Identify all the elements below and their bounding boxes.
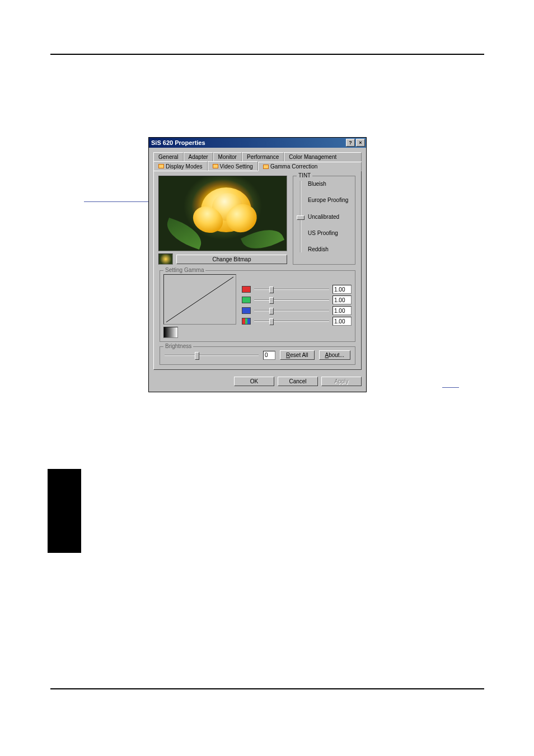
tint-label-us: US Proofing — [308, 230, 348, 236]
svg-line-0 — [166, 277, 233, 322]
doc-side-tab — [48, 469, 81, 553]
video-setting-icon — [213, 164, 218, 168]
gamma-red-thumb[interactable] — [269, 287, 274, 293]
brightness-slider[interactable] — [165, 351, 259, 360]
display-modes-icon — [158, 164, 164, 168]
gamma-curve-preview — [163, 274, 236, 325]
brightness-input[interactable] — [263, 351, 275, 360]
window-titlebar: SiS 620 Properties ? × — [149, 138, 366, 148]
tab-monitor[interactable]: Monitor — [213, 152, 242, 161]
properties-dialog: SiS 620 Properties ? × General Adapter M… — [148, 137, 367, 392]
rgb-swatch-icon — [242, 318, 251, 325]
tint-group-label: TINT — [297, 172, 312, 179]
tint-label-reddish: Reddish — [308, 246, 348, 252]
brightness-group: Brightness Reset All About... — [160, 346, 355, 365]
red-swatch-icon — [242, 286, 251, 293]
tab-gamma-correction[interactable]: Gamma Correction — [258, 162, 362, 171]
setting-gamma-group: Setting Gamma — [160, 270, 355, 342]
cancel-button[interactable]: Cancel — [278, 377, 318, 386]
setting-gamma-label: Setting Gamma — [163, 267, 205, 273]
change-bitmap-button[interactable]: Change Bitmap — [176, 255, 287, 264]
tint-label-europe: Europe Proofing — [308, 197, 348, 203]
help-icon[interactable]: ? — [346, 139, 355, 147]
gamma-blue-thumb[interactable] — [269, 308, 274, 314]
gamma-blue-input[interactable] — [332, 306, 352, 315]
tab-display-modes[interactable]: Display Modes — [153, 161, 208, 171]
close-icon[interactable]: × — [356, 139, 365, 147]
brightness-label: Brightness — [163, 343, 193, 349]
gamma-green-input[interactable] — [332, 295, 352, 304]
gamma-correction-panel: Change Bitmap TINT Blueish Europe Proofi… — [153, 171, 362, 370]
bitmap-thumbnail — [158, 253, 173, 265]
gamma-green-thumb[interactable] — [269, 297, 274, 304]
green-swatch-icon — [242, 297, 251, 303]
tab-video-setting[interactable]: Video Setting — [208, 161, 258, 171]
gamma-gradient-preview — [163, 327, 178, 338]
window-title: SiS 620 Properties — [151, 139, 345, 146]
page-divider-bottom — [50, 688, 484, 689]
about-button[interactable]: About... — [319, 350, 350, 360]
bitmap-preview-image — [158, 176, 287, 251]
tab-performance[interactable]: Performance — [242, 152, 284, 161]
blue-swatch-icon — [242, 307, 251, 314]
tint-slider[interactable] — [297, 181, 305, 252]
gamma-red-input[interactable] — [332, 285, 352, 294]
gamma-green-slider[interactable] — [254, 296, 329, 304]
ok-button[interactable]: OK — [234, 377, 274, 386]
reset-all-button[interactable]: Reset All — [280, 350, 314, 360]
gamma-all-slider[interactable] — [254, 317, 329, 325]
brightness-thumb[interactable] — [195, 352, 199, 360]
tab-adapter[interactable]: Adapter — [184, 152, 213, 161]
gamma-all-thumb[interactable] — [269, 318, 274, 325]
tab-general[interactable]: General — [153, 152, 184, 161]
tint-label-uncalibrated: Uncalibrated — [308, 214, 348, 220]
callout-line-tint — [442, 387, 459, 388]
tint-label-blueish: Blueish — [308, 181, 348, 187]
tint-group: TINT Blueish Europe Proofing Uncalibrate… — [293, 176, 355, 265]
gamma-all-input[interactable] — [332, 317, 352, 326]
tint-slider-thumb[interactable] — [297, 215, 305, 220]
page-divider-top — [50, 54, 484, 55]
callout-line-left — [84, 201, 157, 203]
gamma-blue-slider[interactable] — [254, 307, 329, 314]
apply-button[interactable]: Apply — [321, 377, 362, 386]
tab-color-management[interactable]: Color Management — [284, 152, 362, 161]
gamma-red-slider[interactable] — [254, 285, 329, 293]
gamma-correction-icon — [263, 165, 269, 169]
